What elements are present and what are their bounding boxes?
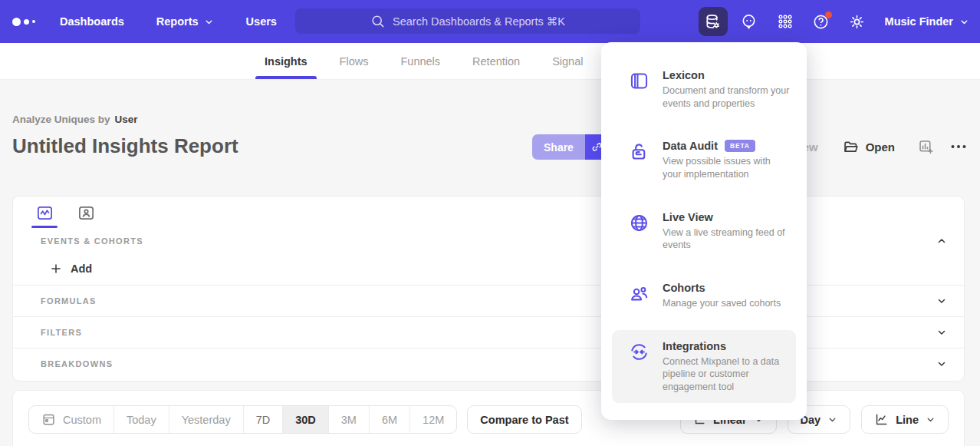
cohorts-desc: Manage your saved cohorts	[663, 297, 781, 310]
range-3m-label: 3M	[341, 414, 357, 426]
tab-flows[interactable]: Flows	[340, 43, 369, 79]
range-today[interactable]: Today	[113, 406, 169, 433]
share-button-group: Share	[532, 134, 609, 160]
chevron-down-icon[interactable]	[936, 327, 947, 338]
menu-item-live-view[interactable]: Live View View a live streaming feed of …	[612, 201, 796, 262]
search-icon	[370, 14, 385, 28]
tab-insights-label: Insights	[265, 55, 307, 68]
app-window: Dashboards Reports Users Search Dashboar…	[0, 0, 980, 446]
chart-controls-panel: Custom Today Yesterday 7D 30D 3M 6M 12M …	[12, 390, 965, 446]
tab-signal[interactable]: Signal	[552, 43, 583, 79]
line-chart-icon	[874, 412, 889, 427]
integrations-title: Integrations	[663, 340, 726, 352]
data-audit-desc: View possible issues with your implement…	[663, 155, 790, 180]
top-nav: Dashboards Reports Users Search Dashboar…	[0, 0, 980, 43]
range-yesterday[interactable]: Yesterday	[169, 406, 243, 433]
builder-tabs	[13, 197, 964, 225]
range-30d[interactable]: 30D	[282, 406, 328, 433]
grid-apps-icon	[777, 13, 794, 30]
add-label: Add	[71, 263, 92, 275]
lexicon-icon	[629, 69, 649, 110]
tab-retention-label: Retention	[472, 55, 520, 68]
section-breakdowns[interactable]: BREAKDOWNS	[13, 348, 964, 379]
share-button[interactable]: Share	[532, 134, 585, 160]
search-placeholder: Search Dashboards & Reports ⌘K	[393, 15, 565, 28]
chart-type-dropdown[interactable]: Line	[861, 405, 949, 434]
analyze-by-row[interactable]: Analyze Uniques byUser	[12, 114, 238, 125]
menu-item-lexicon[interactable]: Lexicon Document and transform your even…	[612, 59, 796, 120]
nav-dashboards-label: Dashboards	[60, 15, 124, 28]
date-range-segmented: Custom Today Yesterday 7D 30D 3M 6M 12M	[28, 405, 457, 434]
tab-signal-label: Signal	[552, 55, 583, 68]
beta-badge: BETA	[725, 140, 755, 152]
feedback-button[interactable]	[735, 7, 764, 36]
nav-item-reports[interactable]: Reports	[156, 15, 214, 28]
calendar-icon	[41, 412, 56, 427]
data-management-button[interactable]	[699, 7, 728, 36]
settings-button[interactable]	[843, 7, 872, 36]
breakdowns-label: BREAKDOWNS	[41, 359, 113, 368]
range-3m[interactable]: 3M	[328, 406, 369, 433]
mixpanel-logo-icon[interactable]	[12, 18, 49, 26]
nav-links: Dashboards Reports Users	[60, 15, 277, 28]
range-custom[interactable]: Custom	[29, 406, 113, 433]
chevron-down-icon[interactable]	[936, 358, 947, 369]
menu-item-cohorts[interactable]: Cohorts Manage your saved cohorts	[612, 272, 796, 320]
more-options-button[interactable]	[949, 137, 968, 156]
chevron-down-icon[interactable]	[936, 296, 947, 306]
nav-item-users[interactable]: Users	[246, 15, 277, 28]
folder-icon	[843, 139, 859, 155]
open-button[interactable]: Open	[843, 139, 895, 155]
data-management-dropdown: Lexicon Document and transform your even…	[601, 42, 807, 420]
person-tab-icon	[77, 204, 95, 222]
range-7d[interactable]: 7D	[243, 406, 283, 433]
tab-insights[interactable]: Insights	[265, 43, 307, 79]
workspace-name: Music Finder	[885, 15, 953, 28]
menu-item-data-audit[interactable]: Data Audit BETA View possible issues wit…	[612, 130, 796, 190]
globe-icon	[629, 211, 649, 252]
cohorts-icon	[629, 282, 649, 310]
gear-icon	[848, 13, 866, 31]
range-6m[interactable]: 6M	[369, 406, 409, 433]
section-filters[interactable]: FILTERS	[13, 316, 964, 348]
builder-tab-users[interactable]	[77, 204, 95, 222]
chevron-up-icon[interactable]	[936, 236, 947, 246]
speech-bubble-icon	[740, 13, 758, 31]
range-today-label: Today	[127, 414, 156, 426]
apps-grid-button[interactable]	[771, 7, 800, 36]
analyze-entity[interactable]: User	[115, 114, 138, 125]
data-audit-title: Data Audit	[663, 140, 718, 152]
range-30d-label: 30D	[295, 414, 316, 426]
kebab-icon	[949, 137, 968, 156]
chevron-down-icon	[204, 17, 214, 27]
add-to-dashboard-button[interactable]	[918, 139, 934, 155]
range-12m[interactable]: 12M	[409, 406, 456, 433]
events-cohorts-label: EVENTS & COHORTS	[41, 236, 143, 246]
compare-to-past-button[interactable]: Compare to Past	[467, 405, 581, 434]
analyze-prefix: Analyze Uniques by	[12, 114, 110, 125]
range-7d-label: 7D	[256, 414, 271, 426]
chevron-down-icon	[926, 415, 936, 425]
tab-funnels[interactable]: Funnels	[400, 43, 440, 79]
search-input[interactable]: Search Dashboards & Reports ⌘K	[295, 8, 640, 34]
help-button[interactable]	[807, 7, 836, 36]
workspace-switcher[interactable]: Music Finder	[885, 15, 969, 28]
filters-label: FILTERS	[41, 328, 82, 337]
formulas-label: FORMULAS	[41, 296, 97, 306]
live-view-desc: View a live streaming feed of events	[663, 226, 790, 252]
add-event-button[interactable]: Add	[13, 253, 964, 285]
nav-right-cluster: Music Finder	[699, 0, 969, 43]
section-events-cohorts[interactable]: EVENTS & COHORTS	[13, 230, 964, 253]
query-builder-panel: EVENTS & COHORTS Add FORMULAS FILTERS BR…	[12, 196, 965, 382]
builder-tab-metrics[interactable]	[31, 204, 58, 228]
nav-item-dashboards[interactable]: Dashboards	[60, 15, 124, 28]
chevron-down-icon	[827, 415, 837, 425]
section-formulas[interactable]: FORMULAS	[13, 285, 964, 316]
tab-retention[interactable]: Retention	[472, 43, 520, 79]
database-gear-icon	[704, 13, 722, 31]
menu-item-integrations[interactable]: Integrations Connect Mixpanel to a data …	[612, 330, 796, 404]
chart-add-icon	[918, 139, 934, 155]
report-tabbar: Insights Flows Funnels Retention Signal …	[0, 43, 980, 80]
chart-tab-icon	[36, 204, 54, 222]
page-title[interactable]: Untitled Insights Report	[12, 134, 238, 158]
